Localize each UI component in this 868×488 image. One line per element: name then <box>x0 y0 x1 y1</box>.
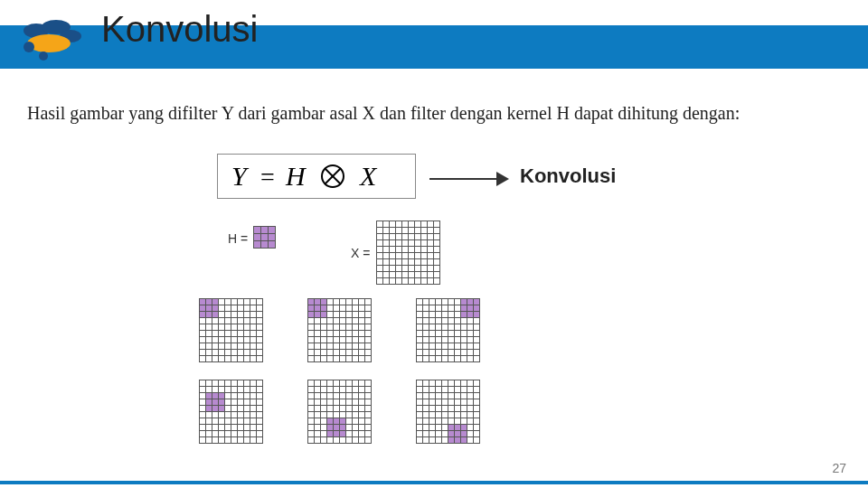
x-image-grid <box>376 221 440 285</box>
konvolusi-label: Konvolusi <box>520 164 616 188</box>
conv-step-grid <box>199 298 263 362</box>
body-text: Hasil gambar yang difilter Y dari gambar… <box>27 101 841 126</box>
formula-Y: Y <box>231 161 250 191</box>
formula-box: Y = H X <box>217 154 416 199</box>
diagram-area: H = X = <box>199 226 669 461</box>
svg-point-3 <box>27 34 71 52</box>
conv-step-grid <box>307 380 372 444</box>
x-equals-label: X = <box>351 246 370 260</box>
page-title: Konvolusi <box>101 9 258 50</box>
page-number: 27 <box>832 461 846 475</box>
conv-step-grid <box>307 298 372 362</box>
h-equals-label: H = <box>228 231 248 246</box>
conv-step-grid <box>199 380 263 444</box>
formula: Y = H X <box>226 158 407 194</box>
formula-H: H <box>285 161 307 191</box>
footer-line <box>0 481 868 484</box>
conv-step-grid <box>416 298 480 362</box>
arrow-icon <box>429 170 511 188</box>
logo-icon <box>16 16 87 61</box>
logo <box>16 16 87 61</box>
conv-step-grid <box>416 380 480 444</box>
svg-point-4 <box>24 42 34 52</box>
formula-X: X <box>359 161 378 191</box>
h-kernel-grid <box>253 226 276 249</box>
formula-eq: = <box>260 163 275 191</box>
svg-point-5 <box>39 52 48 61</box>
